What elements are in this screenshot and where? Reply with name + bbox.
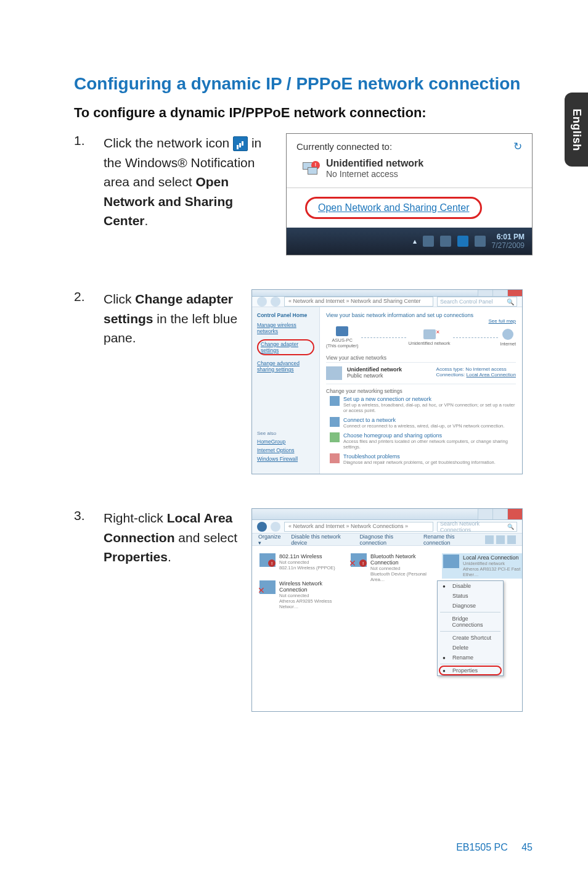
menu-bridge[interactable]: Bridge Connections bbox=[438, 614, 503, 630]
step-2-number: 2. bbox=[74, 289, 104, 474]
main-panel: View your basic network information and … bbox=[320, 307, 522, 474]
menu-rename[interactable]: Rename bbox=[438, 653, 503, 662]
tray-clock[interactable]: 6:01 PM 7/27/2009 bbox=[492, 233, 525, 250]
sidebar-heading: Control Panel Home bbox=[257, 312, 314, 318]
step-2-text: Click Change adapter settings in the lef… bbox=[104, 289, 251, 474]
menu-properties[interactable]: Properties bbox=[438, 666, 503, 675]
sidebar-link-homegroup[interactable]: HomeGroup bbox=[257, 439, 314, 445]
toolbar: Organize ▾ Disable this network device D… bbox=[252, 534, 522, 546]
search-input[interactable]: Search Network Connections 🔍 bbox=[437, 522, 517, 532]
sidebar: Control Panel Home Manage wireless netwo… bbox=[252, 307, 320, 474]
nav-fwd-button[interactable] bbox=[271, 297, 280, 307]
tray-network-icon[interactable] bbox=[457, 236, 468, 247]
menu-diagnose[interactable]: Diagnose bbox=[438, 601, 503, 611]
change-settings-hdr: Change your networking settings bbox=[326, 388, 516, 394]
step-2: 2. Click Change adapter settings in the … bbox=[74, 289, 533, 474]
toolbar-preview-button[interactable] bbox=[496, 535, 505, 544]
sidebar-link-adapter[interactable]: Change adapter settings bbox=[257, 339, 314, 355]
network-name: Unidentified network bbox=[326, 158, 423, 169]
toolbar-view-button[interactable] bbox=[485, 535, 494, 544]
connection-item-selected[interactable]: Local Area ConnectionUnidentified networ… bbox=[442, 553, 522, 579]
troubleshoot-icon bbox=[330, 453, 340, 463]
currently-connected-label: Currently connected to: bbox=[296, 141, 392, 152]
window-max-button[interactable] bbox=[492, 290, 507, 296]
window-titlebar bbox=[252, 509, 522, 520]
footer-product: EB1505 PC bbox=[456, 842, 508, 852]
nav-back-button[interactable] bbox=[257, 297, 267, 307]
window-min-button[interactable] bbox=[478, 290, 492, 296]
connection-item[interactable]: ! Bluetooth Network ConnectionNot connec… bbox=[351, 553, 431, 582]
main-hint: View your basic network information and … bbox=[326, 312, 516, 318]
troubleshoot-link[interactable]: Troubleshoot problems bbox=[343, 453, 496, 460]
screenshot-tray-popup: Currently connected to: ↻ ! Unidentified… bbox=[286, 133, 533, 255]
connect-network-icon bbox=[330, 417, 340, 427]
menu-shortcut[interactable]: Create Shortcut bbox=[438, 633, 503, 643]
language-tab-label: English bbox=[570, 109, 583, 151]
setup-connection-icon bbox=[330, 396, 340, 406]
sidebar-link-sharing[interactable]: Change advanced sharing settings bbox=[257, 360, 314, 373]
step-1-text: Click the network icon in the Windows® N… bbox=[104, 133, 286, 255]
window-close-button[interactable] bbox=[507, 290, 522, 296]
connect-network-link[interactable]: Connect to a network bbox=[343, 417, 504, 423]
toolbar-organize[interactable]: Organize ▾ bbox=[258, 534, 282, 546]
sidebar-see-also: See also bbox=[257, 431, 314, 436]
connection-item[interactable]: Wireless Network ConnectionNot connected… bbox=[259, 580, 340, 609]
active-network-icon bbox=[326, 366, 342, 380]
taskbar: ▴ 6:01 PM 7/27/2009 bbox=[287, 228, 532, 255]
toolbar-diagnose[interactable]: Diagnose this connection bbox=[359, 534, 415, 546]
step-1: 1. Click the network icon in the Windows… bbox=[74, 133, 533, 255]
tray-flag-icon[interactable] bbox=[423, 236, 434, 247]
sidebar-link-inetopts[interactable]: Internet Options bbox=[257, 447, 314, 453]
step-3-text: Right-click Local Area Connection and se… bbox=[104, 508, 251, 712]
homegroup-icon bbox=[330, 432, 340, 442]
window-titlebar bbox=[252, 290, 522, 297]
step-1-number: 1. bbox=[74, 133, 104, 255]
homegroup-link[interactable]: Choose homegroup and sharing options bbox=[343, 432, 516, 439]
warn-badge-icon: ! bbox=[359, 559, 367, 567]
step-3: 3. Right-click Local Area Connection and… bbox=[74, 508, 533, 712]
toolbar-help-button[interactable] bbox=[507, 535, 516, 544]
context-menu: Disable Status Diagnose Bridge Connectio… bbox=[437, 580, 504, 676]
footer-page-number: 45 bbox=[521, 842, 533, 852]
search-icon: 🔍 bbox=[507, 524, 514, 530]
sidebar-link-firewall[interactable]: Windows Firewall bbox=[257, 456, 314, 462]
network-tray-icon bbox=[233, 136, 248, 151]
breadcrumb[interactable]: « Network and Internet » Network Connect… bbox=[284, 522, 433, 532]
window-close-button[interactable] bbox=[507, 509, 522, 519]
map-internet-icon bbox=[502, 329, 513, 340]
step-3-number: 3. bbox=[74, 508, 104, 712]
page-footer: EB1505 PC 45 bbox=[456, 842, 533, 853]
tray-chevron-icon[interactable]: ▴ bbox=[413, 237, 417, 245]
language-tab: English bbox=[565, 93, 588, 167]
nav-back-button[interactable] bbox=[257, 522, 267, 532]
connections-area: ! 802.11n WirelessNot connected802.11n W… bbox=[252, 546, 522, 711]
open-network-center-link[interactable]: Open Network and Sharing Center bbox=[318, 202, 469, 213]
screenshot-network-connections: « Network and Internet » Network Connect… bbox=[251, 508, 523, 712]
menu-status[interactable]: Status bbox=[438, 591, 503, 601]
connection-item[interactable]: ! 802.11n WirelessNot connected802.11n W… bbox=[259, 553, 340, 571]
warn-badge-icon: ! bbox=[268, 559, 276, 567]
refresh-icon[interactable]: ↻ bbox=[513, 140, 522, 153]
tray-power-icon[interactable] bbox=[440, 236, 451, 247]
tray-volume-icon[interactable] bbox=[475, 236, 486, 247]
network-status: No Internet access bbox=[326, 169, 423, 179]
window-min-button[interactable] bbox=[478, 509, 492, 519]
menu-disable[interactable]: Disable bbox=[438, 581, 503, 591]
breadcrumb[interactable]: « Network and Internet » Network and Sha… bbox=[284, 297, 433, 307]
nav-fwd-button[interactable] bbox=[271, 522, 280, 532]
search-input[interactable]: Search Control Panel 🔍 bbox=[437, 297, 517, 307]
search-icon: 🔍 bbox=[507, 299, 514, 305]
see-full-map-link[interactable]: See full map bbox=[326, 318, 516, 324]
map-network-icon bbox=[423, 329, 436, 339]
highlight-ring: Open Network and Sharing Center bbox=[305, 197, 482, 219]
active-networks-hdr: View your active networks bbox=[326, 355, 516, 361]
window-max-button[interactable] bbox=[492, 509, 507, 519]
sidebar-link-wireless[interactable]: Manage wireless networks bbox=[257, 322, 314, 334]
toolbar-rename[interactable]: Rename this connection bbox=[423, 534, 476, 546]
section-heading: Configuring a dynamic IP / PPPoE network… bbox=[74, 74, 533, 94]
menu-delete[interactable]: Delete bbox=[438, 643, 503, 653]
setup-connection-link[interactable]: Set up a new connection or network bbox=[343, 396, 516, 402]
toolbar-disable[interactable]: Disable this network device bbox=[291, 534, 351, 546]
map-pc-icon bbox=[336, 326, 348, 336]
network-status-icon: ! bbox=[301, 161, 319, 176]
